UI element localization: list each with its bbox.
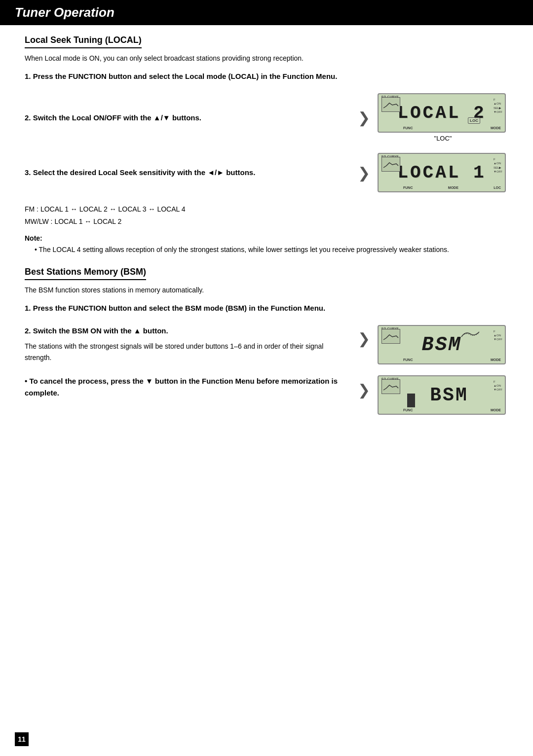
lcd-right-indicators2: F ▲ON SEL▶ ▼OFF: [494, 158, 502, 173]
note-list: The LOCAL 4 setting allows reception of …: [25, 244, 508, 255]
local-step2: 2. Switch the Local ON/OFF with the ▲/▼ …: [25, 93, 508, 142]
page-header: Tuner Operation: [0, 0, 533, 25]
lcd-bsm-static-text: BSM: [430, 385, 468, 406]
bsm-heading: Best Stations Memory (BSM): [25, 267, 146, 280]
local-seek-section: Local Seek Tuning (LOCAL) When Local mod…: [25, 35, 508, 255]
bsm-step1-number: 1.: [25, 304, 31, 312]
local-step3-number: 3.: [25, 168, 31, 177]
page-title: Tuner Operation: [15, 5, 518, 20]
mwlw-note-text: MW/LW : LOCAL 1 ↔ LOCAL 2: [25, 217, 121, 225]
bsm-section: Best Stations Memory (BSM) The BSM funct…: [25, 267, 508, 415]
arrow-icon-3: ❯: [358, 330, 370, 347]
local-step2-number: 2.: [25, 113, 31, 122]
f-label3: F: [494, 330, 502, 333]
lcd-local2: EQ CURVE LOCAL 2 FUNC MODE LOC F ▲ON: [378, 93, 506, 133]
on-label: ▲ON: [494, 102, 502, 105]
sel-label2: SEL▶: [494, 166, 502, 169]
bsm-anim-lines: [460, 330, 480, 338]
local-step2-text: 2. Switch the Local ON/OFF with the ▲/▼ …: [25, 112, 350, 124]
fm-note-block: FM : LOCAL 1 ↔ LOCAL 2 ↔ LOCAL 3 ↔ LOCAL…: [25, 203, 508, 228]
bsm-step2-sub: The stations with the strongest signals …: [25, 341, 350, 363]
lcd-bottom-bar2: FUNC MODE LOC: [403, 186, 501, 189]
page-content: Local Seek Tuning (LOCAL) When Local mod…: [0, 35, 533, 451]
sel-label: SEL▶: [494, 106, 502, 109]
mode-label4: MODE: [491, 408, 501, 412]
note-heading: Note:: [25, 234, 42, 242]
on-label4: ▲ON: [494, 384, 502, 387]
arrow-icon-4: ❯: [358, 381, 370, 398]
on-label2: ▲ON: [494, 162, 502, 165]
bsm-bar-indicator: [403, 384, 418, 408]
lcd-bsm-animated-text: BSM: [421, 334, 461, 356]
lcd-right-indicators4: F ▲ON ▼OFF: [494, 380, 502, 391]
eq-curve-box3: [381, 329, 400, 344]
bsm-step2-header: 2. Switch the BSM ON with the ▲ button.: [25, 325, 350, 337]
eq-curve-svg4: [382, 381, 399, 392]
svg-rect-0: [407, 394, 415, 407]
f-label: F: [494, 98, 502, 101]
loc-indicator: LOC: [468, 117, 480, 124]
bsm-step1-content: Press the FUNCTION button and select the…: [33, 304, 326, 312]
arrow-icon-1: ❯: [358, 109, 370, 126]
local-note-block: Note: The LOCAL 4 setting allows recepti…: [25, 233, 508, 255]
f-label4: F: [494, 380, 502, 383]
bsm-step2-number: 2.: [25, 326, 31, 335]
lcd-local1: EQ CURVE LOCAL 1 FUNC MODE LOC F ▲: [378, 153, 506, 192]
lcd-right-indicators3: F ▲ON ▼OFF: [494, 330, 502, 341]
lcd-bsm-static: EQ CURVE BSM FUNC MODE: [378, 375, 506, 415]
func-label: FUNC: [403, 126, 413, 130]
lcd-bottom-bar4: FUNC MODE: [403, 408, 501, 412]
bsm-bullet-text: • To cancel the process, press the ▼ but…: [25, 375, 350, 399]
eq-curve-box2: [381, 157, 400, 172]
local-seek-intro: When Local mode is ON, you can only sele…: [25, 53, 508, 64]
arrow-icon-2: ❯: [358, 164, 370, 181]
local-step1: 1. Press the FUNCTION button and select …: [25, 71, 508, 82]
bsm-intro: The BSM function stores stations in memo…: [25, 285, 508, 295]
lcd-bottom-bar3: FUNC MODE: [403, 358, 501, 361]
eq-curve-svg3: [382, 331, 399, 342]
local-step3: 3. Select the desired Local Seek sensiti…: [25, 153, 508, 192]
fm-note-text: FM : LOCAL 1 ↔ LOCAL 2 ↔ LOCAL 3 ↔ LOCAL…: [25, 205, 186, 213]
off-label3: ▼OFF: [494, 338, 502, 341]
func-label3: FUNC: [403, 358, 413, 361]
f-label2: F: [494, 158, 502, 161]
off-label: ▼OFF: [494, 110, 502, 113]
bsm-step2-text: 2. Switch the BSM ON with the ▲ button. …: [25, 325, 350, 363]
bsm-step1: 1. Press the FUNCTION button and select …: [25, 302, 508, 314]
on-label3: ▲ON: [494, 334, 502, 337]
page-number: 11: [15, 732, 29, 746]
loc-label2: LOC: [494, 186, 501, 189]
eq-curve-svg2: [382, 159, 399, 170]
lcd-bottom-bar: FUNC MODE: [403, 126, 501, 130]
local-step1-number: 1.: [25, 72, 31, 80]
local-step1-content: Press the FUNCTION button and select the…: [33, 72, 338, 80]
local-step3-text: 3. Select the desired Local Seek sensiti…: [25, 167, 350, 179]
local-step2-display: EQ CURVE LOCAL 2 FUNC MODE LOC F ▲ON: [378, 93, 508, 142]
func-label4: FUNC: [403, 408, 413, 412]
off-label2: ▼OFF: [494, 170, 502, 173]
fm-note: FM : LOCAL 1 ↔ LOCAL 2 ↔ LOCAL 3 ↔ LOCAL…: [25, 203, 508, 216]
local-step3-display: EQ CURVE LOCAL 1 FUNC MODE LOC F ▲: [378, 153, 508, 192]
local-step1-text: 1. Press the FUNCTION button and select …: [25, 71, 508, 82]
bsm-bullet-step: • To cancel the process, press the ▼ but…: [25, 375, 508, 415]
eq-curve-svg: [382, 99, 399, 110]
mode-label: MODE: [491, 126, 501, 130]
lcd-bsm-animated: EQ CURVE BSM FUNC MODE F ▲ON ▼OFF: [378, 325, 506, 364]
bsm-step2: 2. Switch the BSM ON with the ▲ button. …: [25, 325, 508, 364]
eq-curve-box4: [381, 379, 400, 394]
local-seek-heading: Local Seek Tuning (LOCAL): [25, 35, 142, 48]
mode-label3: MODE: [491, 358, 501, 361]
bsm-step1-text: 1. Press the FUNCTION button and select …: [25, 302, 508, 314]
note-item: The LOCAL 4 setting allows reception of …: [35, 244, 508, 255]
eq-curve-box: [381, 97, 400, 112]
mode-label2: MODE: [448, 186, 458, 189]
local2-caption: "LOC": [378, 135, 508, 142]
lcd-right-indicators: F ▲ON SEL▶ ▼OFF: [494, 98, 502, 113]
mwlw-note: MW/LW : LOCAL 1 ↔ LOCAL 2: [25, 216, 508, 228]
lcd-local1-text: LOCAL 1: [397, 163, 486, 183]
off-label4: ▼OFF: [494, 388, 502, 391]
func-label2: FUNC: [403, 186, 413, 189]
bsm-step2-display: EQ CURVE BSM FUNC MODE F ▲ON ▼OFF: [378, 325, 508, 364]
bsm-bullet-display: EQ CURVE BSM FUNC MODE: [378, 375, 508, 415]
